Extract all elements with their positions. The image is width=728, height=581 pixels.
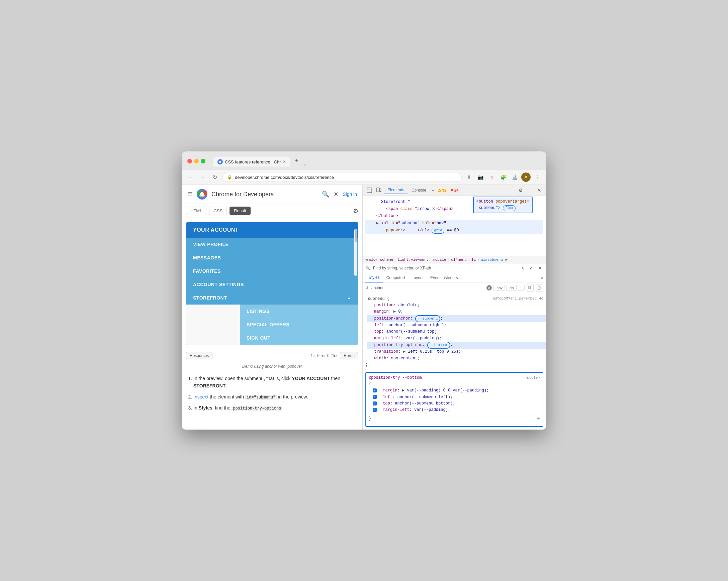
- storefront-item[interactable]: STOREFRONT ▲: [186, 291, 358, 305]
- download-button[interactable]: ⬇: [464, 172, 474, 182]
- listings-item[interactable]: LISTINGS: [240, 305, 358, 318]
- search-close-button[interactable]: ✕: [537, 265, 543, 272]
- error-badge: ✕ 24: [449, 188, 460, 193]
- reload-button[interactable]: ↻: [210, 172, 219, 182]
- extensions-button[interactable]: 🧩: [498, 172, 508, 182]
- chrome-menu-button[interactable]: ⋮: [532, 172, 542, 182]
- close-button[interactable]: [187, 159, 192, 163]
- search-bar: 🔍 ∧ ∨ ✕: [363, 264, 546, 273]
- resources-button[interactable]: Resources: [186, 352, 212, 359]
- breadcrumb-ul-submenu[interactable]: ul#submenu: [481, 258, 503, 262]
- forward-button[interactable]: →: [198, 172, 207, 182]
- search-next-button[interactable]: ∨: [527, 265, 534, 272]
- devtools-more-button[interactable]: ⋮: [526, 186, 534, 194]
- clear-filter-button[interactable]: ✕: [487, 285, 492, 290]
- devtools-close-button[interactable]: ✕: [535, 186, 543, 194]
- maximize-button[interactable]: [201, 159, 205, 163]
- hover-state-button[interactable]: :hov: [493, 285, 505, 291]
- html-scrollbar[interactable]: [354, 228, 357, 275]
- elements-tab[interactable]: Elements: [384, 186, 408, 194]
- sign-in-button[interactable]: Sign in: [343, 192, 357, 197]
- special-offers-item[interactable]: SPECIAL OFFERS: [240, 318, 358, 331]
- svg-rect-6: [367, 188, 372, 193]
- site-header: ☰ Chrome for Developers 🔍 ☀ Sign in: [182, 185, 362, 204]
- pt-top-checkbox[interactable]: [373, 402, 377, 406]
- search-nav-buttons: ∧ ∨: [519, 265, 534, 272]
- devtools-settings-button[interactable]: ⚙: [517, 186, 525, 194]
- device-icon: [376, 188, 382, 193]
- event-listeners-tab[interactable]: Event Listeners: [427, 273, 461, 282]
- tab-close-button[interactable]: ✕: [283, 160, 286, 164]
- more-styles-tabs[interactable]: »: [541, 275, 543, 280]
- back-button[interactable]: ←: [186, 172, 196, 182]
- webpage-panel: ☰ Chrome for Developers 🔍 ☀ Sign in: [182, 185, 363, 430]
- bookmark-button[interactable]: ☆: [487, 172, 496, 182]
- zoom-0-25x[interactable]: 0.25×: [327, 353, 337, 358]
- add-style-button[interactable]: +: [518, 285, 525, 291]
- console-tab[interactable]: Console: [408, 187, 430, 194]
- minimize-button[interactable]: [194, 159, 199, 163]
- more-tabs-button[interactable]: »: [432, 188, 434, 193]
- copy-style-button[interactable]: ⧉: [526, 284, 534, 292]
- search-input[interactable]: [373, 266, 517, 271]
- zoom-0-5x[interactable]: 0.5×: [317, 353, 325, 358]
- favorites-item[interactable]: FAVORITES: [186, 265, 358, 278]
- pt-margin-checkbox[interactable]: [373, 388, 377, 392]
- pt-margin-left-checkbox[interactable]: [373, 408, 377, 412]
- demo-area: YOUR ACCOUNT VIEW PROFILE MESSAGES FAVOR…: [186, 222, 358, 345]
- pt-top-prop: top: anchor(--submenu bottom);: [373, 400, 540, 407]
- sign-out-item[interactable]: SIGN OUT: [240, 331, 358, 345]
- breadcrumb-nav-right[interactable]: ▶: [505, 257, 508, 262]
- hamburger-menu[interactable]: ☰: [187, 191, 193, 198]
- html-tab[interactable]: HTML: [186, 206, 206, 215]
- device-toolbar-button[interactable]: [375, 186, 383, 194]
- theme-toggle[interactable]: ☀: [333, 191, 339, 198]
- breadcrumb-li[interactable]: li: [471, 258, 476, 262]
- pt-left-checkbox[interactable]: [373, 395, 377, 399]
- demo-menu-header: YOUR ACCOUNT: [186, 222, 358, 238]
- search-prev-button[interactable]: ∧: [519, 265, 526, 272]
- submenu-rule-block: #submenu { mdYdpOM?ani…pe=embed:46 posit…: [365, 296, 543, 368]
- messages-item[interactable]: MESSAGES: [186, 251, 358, 265]
- your-account-label[interactable]: YOUR ACCOUNT: [193, 227, 351, 233]
- inspect-element-button[interactable]: [365, 186, 373, 194]
- computed-tab[interactable]: Computed: [383, 273, 408, 282]
- svg-point-1: [219, 161, 221, 163]
- style-source-link[interactable]: <style>: [525, 375, 540, 381]
- rerun-button[interactable]: Rerun: [340, 352, 358, 359]
- breadcrumb-ul-menu[interactable]: ul#menu: [451, 258, 466, 262]
- active-tab[interactable]: CSS features reference | Chr ✕: [213, 157, 290, 166]
- warning-badge: ⚠ 92: [437, 188, 448, 193]
- search-button[interactable]: 🔍: [322, 191, 329, 198]
- new-tab-button[interactable]: +: [291, 156, 302, 166]
- profile-avatar[interactable]: A: [521, 172, 530, 182]
- breadcrumb-viewport[interactable]: olor-scheme--light.viewport--mobile: [369, 258, 446, 262]
- account-settings-item[interactable]: ACCOUNT SETTINGS: [186, 278, 358, 291]
- camera-button[interactable]: 📷: [476, 172, 485, 182]
- tab-more-button[interactable]: ⌄: [303, 162, 307, 166]
- filter-input[interactable]: [371, 285, 484, 290]
- devtools-tabs: Elements Console »: [384, 186, 435, 194]
- address-bar[interactable]: 🔒 developer.chrome.com/docs/devtools/css…: [222, 173, 462, 182]
- layout-tab[interactable]: Layout: [408, 273, 427, 282]
- class-button[interactable]: .cls: [506, 285, 517, 291]
- zoom-1x[interactable]: 1×: [311, 353, 315, 358]
- breadcrumb-nav-left[interactable]: ◀: [365, 257, 368, 262]
- code-settings-button[interactable]: ⚙: [353, 207, 358, 215]
- position-try-options-badge[interactable]: --bottom: [427, 342, 450, 349]
- security-icon: 🔒: [227, 175, 232, 179]
- styles-tab[interactable]: Styles: [365, 273, 383, 282]
- css-tab[interactable]: CSS: [209, 206, 227, 215]
- site-name: Chrome for Developers: [211, 191, 274, 198]
- experiments-button[interactable]: 🔬: [510, 172, 519, 182]
- add-rule-button[interactable]: +: [536, 415, 540, 424]
- step-1: In the preview, open the submenu, that i…: [193, 375, 357, 390]
- devtools-toolbar: Elements Console » ⚠ 92 ✕ 24 ⚙ ⋮ ✕: [363, 185, 546, 196]
- result-tab[interactable]: Result: [230, 206, 251, 215]
- elements-panel: <button popovertarget= "submenu"> flex "…: [363, 196, 546, 430]
- view-profile-item[interactable]: VIEW PROFILE: [186, 238, 358, 251]
- style-icon-button[interactable]: ⬡: [535, 284, 543, 292]
- position-anchor-badge[interactable]: --submenu: [415, 315, 440, 323]
- css-position-prop: position: absolute;: [369, 302, 543, 309]
- inspect-link[interactable]: Inspect: [193, 394, 208, 399]
